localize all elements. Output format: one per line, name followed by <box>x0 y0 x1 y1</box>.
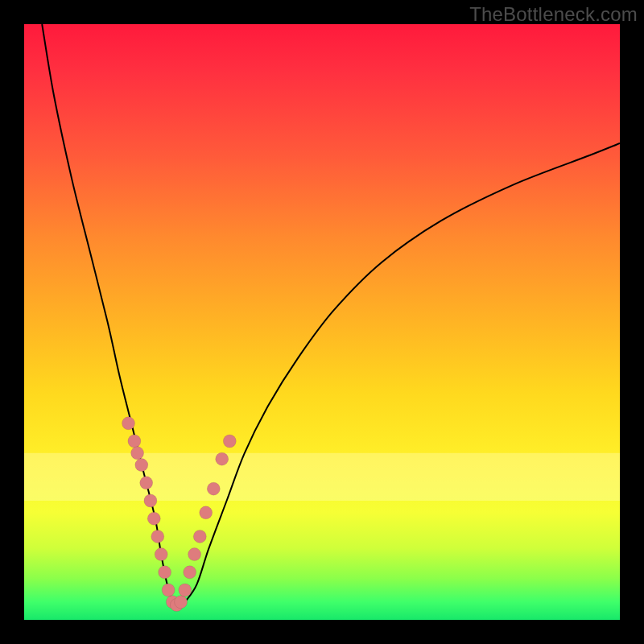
marker-dot <box>179 584 192 597</box>
marker-dot <box>159 566 171 579</box>
marker-dot <box>135 459 148 472</box>
marker-dot <box>175 596 188 609</box>
chart-svg <box>24 24 620 620</box>
bottleneck-curve <box>42 24 620 608</box>
marker-dot <box>200 506 213 519</box>
marker-dot <box>128 435 141 448</box>
marker-dot <box>216 452 229 465</box>
marker-dot <box>188 548 201 561</box>
plot-area <box>24 24 620 620</box>
highlight-band <box>24 453 620 501</box>
marker-dot <box>162 584 175 597</box>
marker-dot <box>147 512 160 525</box>
marker-dot <box>207 482 220 495</box>
marker-dot <box>131 447 144 460</box>
marker-dot <box>184 566 196 579</box>
watermark-text: TheBottleneck.com <box>469 3 638 26</box>
marker-group <box>122 417 237 612</box>
marker-dot <box>140 477 153 489</box>
marker-dot <box>193 530 206 543</box>
outer-frame: TheBottleneck.com <box>0 0 644 644</box>
marker-dot <box>151 530 164 543</box>
marker-dot <box>155 548 167 561</box>
marker-dot <box>223 435 236 448</box>
marker-dot <box>144 494 157 507</box>
marker-dot <box>122 417 135 430</box>
